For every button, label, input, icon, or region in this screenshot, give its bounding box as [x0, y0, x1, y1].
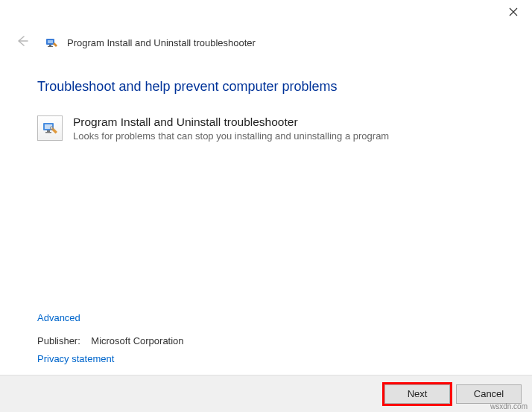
window-title: Program Install and Uninstall troublesho…	[67, 37, 256, 48]
svg-rect-6	[47, 130, 50, 132]
svg-rect-7	[45, 132, 51, 133]
svg-rect-3	[48, 46, 53, 47]
button-bar: Next Cancel	[0, 375, 532, 412]
advanced-link-area: Advanced	[37, 311, 80, 324]
close-icon	[509, 7, 518, 19]
publisher-label: Publisher:	[37, 335, 80, 346]
arrow-left-icon	[15, 34, 28, 51]
svg-rect-1	[48, 40, 53, 43]
header-row: Program Install and Uninstall troublesho…	[0, 28, 532, 57]
titlebar	[0, 0, 532, 28]
troubleshooter-app-icon	[45, 36, 58, 49]
troubleshooter-item-text: Program Install and Uninstall troublesho…	[73, 115, 389, 142]
page-heading: Troubleshoot and help prevent computer p…	[37, 79, 495, 95]
item-description: Looks for problems that can stop you ins…	[73, 130, 389, 142]
content-area: Troubleshoot and help prevent computer p…	[0, 57, 532, 142]
publisher-value: Microsoft Corporation	[91, 335, 183, 346]
privacy-link[interactable]: Privacy statement	[37, 353, 114, 364]
watermark: wsxdn.com	[490, 402, 528, 411]
back-button	[13, 34, 30, 51]
publisher-row: Publisher: Microsoft Corporation	[37, 335, 184, 346]
troubleshooter-item-icon	[37, 115, 63, 141]
cancel-button[interactable]: Cancel	[456, 384, 522, 404]
item-title: Program Install and Uninstall troublesho…	[73, 115, 389, 129]
svg-rect-2	[49, 45, 51, 46]
next-button[interactable]: Next	[384, 384, 450, 404]
troubleshooter-item: Program Install and Uninstall troublesho…	[37, 115, 495, 142]
close-button[interactable]	[496, 1, 531, 24]
advanced-link[interactable]: Advanced	[37, 312, 80, 323]
